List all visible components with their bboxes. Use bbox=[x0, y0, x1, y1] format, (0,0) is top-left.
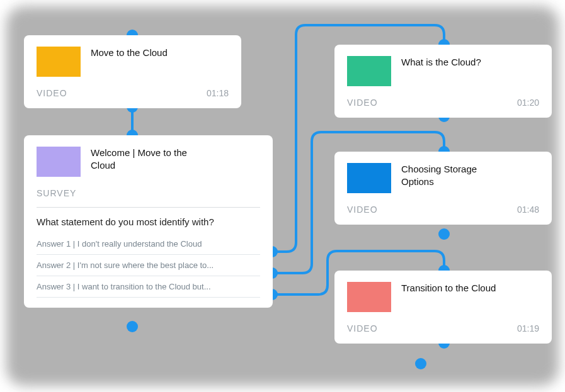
node-transition[interactable]: Transition to the Cloud VIDEO 01:19 bbox=[334, 271, 552, 344]
node-title: What is the Cloud? bbox=[401, 56, 481, 69]
survey-answer-1[interactable]: Answer 1 | I don't really understand the… bbox=[37, 233, 260, 255]
diagram-stage: Move to the Cloud VIDEO 01:18 Welcome | … bbox=[0, 0, 565, 392]
node-meta: VIDEO 01:20 bbox=[347, 98, 539, 108]
node-header: Transition to the Cloud bbox=[347, 282, 539, 312]
node-kind: VIDEO bbox=[347, 204, 378, 215]
node-duration: 01:48 bbox=[517, 204, 539, 215]
node-meta: VIDEO 01:48 bbox=[347, 204, 539, 215]
node-title: Move to the Cloud bbox=[91, 47, 168, 59]
node-header: What is the Cloud? bbox=[347, 56, 539, 86]
thumbnail-icon bbox=[347, 282, 391, 312]
survey-answer-3[interactable]: Answer 3 | I want to transition to the C… bbox=[37, 276, 260, 298]
node-duration: 01:20 bbox=[517, 98, 539, 108]
node-header: Choosing Storage Options bbox=[347, 163, 539, 193]
node-meta: VIDEO 01:19 bbox=[347, 323, 539, 333]
node-title: Transition to the Cloud bbox=[401, 282, 496, 294]
node-what[interactable]: What is the Cloud? VIDEO 01:20 bbox=[334, 45, 552, 118]
node-storage[interactable]: Choosing Storage Options VIDEO 01:48 bbox=[334, 152, 552, 225]
node-welcome[interactable]: Welcome | Move to the Cloud SURVEY What … bbox=[24, 135, 273, 308]
node-kind: VIDEO bbox=[347, 98, 378, 108]
node-kind: VIDEO bbox=[347, 323, 378, 333]
node-meta: SURVEY bbox=[37, 188, 260, 198]
node-duration: 01:18 bbox=[207, 88, 229, 98]
thumbnail-icon bbox=[347, 163, 391, 193]
node-move[interactable]: Move to the Cloud VIDEO 01:18 bbox=[24, 35, 241, 108]
node-meta: VIDEO 01:18 bbox=[37, 88, 229, 98]
survey-answers: Answer 1 | I don't really understand the… bbox=[37, 233, 260, 298]
node-duration: 01:19 bbox=[517, 323, 539, 333]
thumbnail-icon bbox=[347, 56, 391, 86]
node-title: Choosing Storage Options bbox=[401, 163, 502, 189]
node-header: Welcome | Move to the Cloud bbox=[37, 147, 260, 177]
node-header: Move to the Cloud bbox=[37, 47, 229, 77]
survey-answer-2[interactable]: Answer 2 | I'm not sure where the best p… bbox=[37, 255, 260, 276]
thumbnail-icon bbox=[37, 147, 81, 177]
node-title: Welcome | Move to the Cloud bbox=[91, 147, 198, 172]
thumbnail-icon bbox=[37, 47, 81, 77]
survey-question: What statement do you most identify with… bbox=[37, 207, 260, 227]
node-kind: VIDEO bbox=[37, 88, 67, 98]
node-kind: SURVEY bbox=[37, 188, 76, 198]
